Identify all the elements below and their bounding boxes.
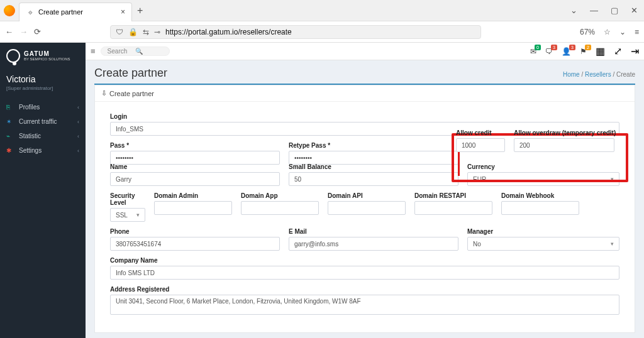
window-close[interactable]: ✕ [631, 6, 638, 15]
search-placeholder: Search [108, 48, 135, 55]
chevron-left-icon: ‹ [77, 148, 79, 154]
overdraw-input[interactable]: 200 [514, 138, 614, 152]
address-bar[interactable]: 🛡 🔒 ⇆ ⊸ https://portal.gatum.io/reseller… [110, 25, 481, 39]
domain-webhook-input[interactable] [501, 201, 579, 215]
download-icon: ⇩ [101, 89, 107, 97]
menu-icon[interactable]: ≡ [635, 28, 639, 36]
lock-icon: 🔒 [128, 28, 138, 36]
box-header: ⇩ Create partner [95, 85, 635, 102]
brand-subtitle: BY SEMPICO SOLUTIONS [24, 57, 70, 61]
zoom-level[interactable]: 67% [580, 28, 595, 36]
name-label: Name [110, 163, 280, 170]
gear-icon: ✱ [6, 147, 15, 154]
chevron-left-icon: ‹ [77, 133, 79, 139]
notif-flag-icon[interactable]: ⚑2 [580, 47, 587, 56]
crumb-home[interactable]: Home [563, 71, 580, 78]
sidebar-item-statistic[interactable]: ⌁ Statistic ‹ [0, 129, 86, 143]
search-icon: 🔍 [135, 48, 163, 55]
main: ≡ Search 🔍 ✉0 🗨3 👤3 ⚑2 ▦ ⤢ ⇥ Create part… [86, 43, 644, 338]
tab-close-icon[interactable]: × [121, 8, 125, 16]
window-minimize[interactable]: ― [590, 6, 598, 15]
currency-select[interactable]: EUR [467, 172, 619, 186]
tab-title: Create partner [38, 8, 83, 16]
breadcrumb: Home / Resellers / Create [563, 71, 635, 78]
sidebar-item-label: Profiles [19, 104, 40, 111]
firefox-icon [4, 5, 15, 16]
smallbal-label: Small Balance [289, 163, 458, 170]
tabs-dropdown-icon[interactable]: ⌄ [570, 6, 577, 15]
sidebar-item-label: Current traffic [19, 118, 57, 125]
domain-api-label: Domain API [328, 192, 406, 199]
domain-app-input[interactable] [241, 201, 319, 215]
repass-input[interactable]: •••••••• [289, 151, 458, 165]
phone-label: Phone [110, 228, 280, 235]
toolbar: ← → ⟳ 🛡 🔒 ⇆ ⊸ https://portal.gatum.io/re… [0, 21, 644, 43]
domain-admin-input[interactable] [154, 201, 232, 215]
notif-envelope-icon[interactable]: ✉0 [530, 47, 536, 56]
browser-chrome: ⟐ Create partner × + ⌄ ― ▢ ✕ ← → ⟳ 🛡 🔒 ⇆… [0, 0, 644, 43]
name-input[interactable]: Garry [110, 172, 280, 186]
brand-logo-icon [6, 49, 20, 63]
domain-admin-label: Domain Admin [154, 192, 232, 199]
domain-rest-input[interactable] [414, 201, 492, 215]
email-label: E Mail [289, 228, 458, 235]
sidebar: GATUM BY SEMPICO SOLUTIONS Victoria [Sup… [0, 43, 86, 338]
sidebar-item-traffic[interactable]: ✶ Current traffic ‹ [0, 114, 86, 129]
app-shell: GATUM BY SEMPICO SOLUTIONS Victoria [Sup… [0, 43, 644, 338]
nav-forward-icon: → [19, 27, 28, 36]
window-maximize[interactable]: ▢ [611, 6, 618, 15]
security-select[interactable]: SSL [110, 208, 145, 222]
crumb-current: Create [616, 71, 635, 78]
domain-api-input[interactable] [328, 201, 406, 215]
new-tab-button[interactable]: + [137, 5, 143, 16]
key-icon: ⊸ [154, 28, 160, 36]
email-input[interactable]: garry@info.sms [289, 237, 458, 251]
brand-title: GATUM [24, 51, 70, 57]
form-box: ⇩ Create partner Login Info_SMS Pass * •… [94, 85, 635, 333]
tab-strip: ⟐ Create partner × + ⌄ ― ▢ ✕ [0, 0, 644, 21]
smallbal-input[interactable]: 50 [289, 172, 458, 186]
nav-reload-icon[interactable]: ⟳ [34, 27, 41, 36]
sidebar-menu: ⎘ Profiles ‹ ✶ Current traffic ‹ ⌁ Stati… [0, 100, 86, 158]
address-textarea[interactable]: Unit 3041, Second Floor, 6 Market Place,… [110, 295, 619, 315]
currency-label: Currency [467, 163, 619, 170]
notif-chat-icon[interactable]: 🗨3 [545, 47, 553, 56]
url-text: https://portal.gatum.io/resellers/create [165, 28, 292, 36]
credit-input[interactable]: 1000 [456, 138, 505, 152]
sidebar-item-profiles[interactable]: ⎘ Profiles ‹ [0, 100, 86, 114]
security-label: Security Level [110, 192, 145, 206]
domain-app-label: Domain App [241, 192, 319, 199]
expand-icon[interactable]: ⤢ [614, 45, 622, 57]
nav-back-icon[interactable]: ← [5, 27, 13, 36]
chart-icon: ⌁ [6, 133, 15, 139]
crumb-resellers[interactable]: Resellers [585, 71, 611, 78]
lang-icon[interactable]: ▦ [596, 45, 605, 57]
shuffle-icon: ✶ [6, 118, 15, 125]
pass-input[interactable]: •••••••• [110, 151, 280, 165]
link-icon: ⎘ [6, 104, 15, 111]
logout-icon[interactable]: ⇥ [631, 45, 639, 57]
chevron-left-icon: ‹ [77, 119, 79, 125]
address-label: Address Registered [110, 286, 619, 293]
notif-user-icon[interactable]: 👤3 [562, 47, 571, 56]
manager-label: Manager [467, 228, 619, 235]
form-body: Login Info_SMS Pass * •••••••• Retype Pa… [95, 102, 635, 332]
company-label: Company Name [110, 257, 619, 264]
sidebar-user: Victoria [0, 67, 86, 85]
brand: GATUM BY SEMPICO SOLUTIONS [0, 43, 86, 67]
pocket-icon[interactable]: ⌄ [619, 28, 626, 36]
tab-favicon-icon: ⟐ [26, 8, 35, 16]
bookmark-icon[interactable]: ☆ [604, 28, 611, 36]
sidebar-item-settings[interactable]: ✱ Settings ‹ [0, 143, 86, 158]
manager-select[interactable]: No [467, 237, 619, 251]
hamburger-icon[interactable]: ≡ [91, 46, 96, 56]
chevron-left-icon: ‹ [77, 104, 79, 111]
phone-input[interactable]: 3807653451674 [110, 237, 280, 251]
browser-tab[interactable]: ⟐ Create partner × [19, 3, 132, 21]
company-input[interactable]: Info SMS LTD [110, 266, 619, 280]
search-input[interactable]: Search 🔍 [101, 46, 170, 56]
sidebar-item-label: Statistic [19, 133, 41, 139]
sidebar-role: [Super administrator] [0, 85, 86, 100]
overdraw-label: Allow overdraw (temporary credit) [514, 129, 614, 136]
box-title: Create partner [109, 90, 154, 97]
